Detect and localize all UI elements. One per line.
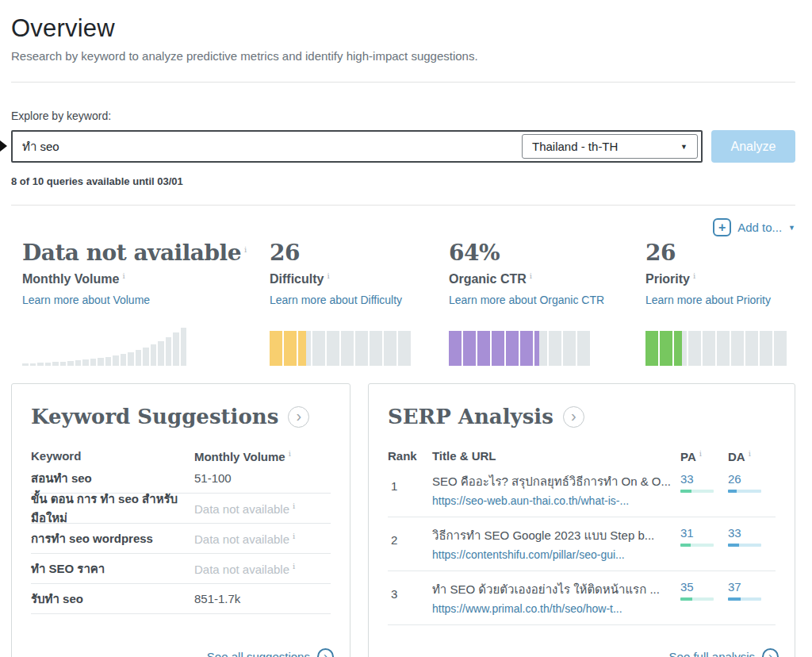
chevron-right-circle-icon[interactable]: › [563,406,584,428]
add-to-button[interactable]: + Add to... ▼ [713,218,795,236]
pa-cell: 31 [680,526,728,561]
info-icon[interactable]: i [327,271,329,280]
monthly-volume-histogram [22,328,270,366]
pa-value: 33 [680,472,728,486]
histogram-bar [113,355,119,366]
info-icon[interactable]: i [749,449,751,458]
learn-more-priority-link[interactable]: Learn more about Priority [645,294,771,306]
da-cell: 33 [728,526,776,561]
info-icon[interactable]: i [293,562,295,571]
overview-page: Overview Research by keyword to analyze … [0,0,812,657]
keyword-table-header: Keyword Monthly Volumei [31,449,331,463]
serp-row: 3ทำ SEO ด้วยตัวเองอย่างไร ให้ติดหน้าแรก … [388,571,776,625]
histogram-bar [136,350,142,366]
organic-ctr-bar [449,331,590,366]
result-url-link[interactable]: https://seo-web.aun-thai.co.th/what-is-.… [432,494,671,507]
keyword-suggestions-card: Keyword Suggestions › Keyword Monthly Vo… [11,383,350,657]
metric-label: Monthly Volume [22,272,119,286]
keyword-table-body: สอนทำ seo51-100ขั้น ตอน การ ทำ seo สำหรั… [31,463,331,614]
bar-segment [774,331,787,366]
histogram-bar [121,354,127,366]
learn-more-ctr-link[interactable]: Learn more about Organic CTR [449,294,604,306]
bar-segment [534,331,547,366]
bar-segment [645,331,658,366]
result-url-link[interactable]: https://www.primal.co.th/th/seo/how-t... [432,602,671,615]
histogram-bar [60,362,67,366]
metric-monthly-volume: Data not availablei Monthly Volumei Lear… [22,240,270,307]
metric-priority: 26 Priorityi Learn more about Priority [645,240,795,307]
da-bar-fill [728,544,739,547]
see-all-suggestions-label: See all suggestions [207,650,310,657]
chevron-down-icon: ▼ [680,143,688,151]
bar-segment [477,331,490,366]
see-all-suggestions-link[interactable]: See all suggestions › [207,648,334,657]
volume-cell: 851-1.7k [194,592,331,605]
locale-select[interactable]: Thailand - th-TH ▼ [522,134,698,159]
bar-segment-fill [645,331,658,366]
bar-segment [563,331,576,366]
da-bar [728,490,761,493]
column-da: DA [728,450,745,463]
histogram-bar [181,328,187,366]
info-icon[interactable]: i [699,449,702,458]
bar-segment [660,331,672,366]
see-full-analysis-label: See full analysis [669,650,755,657]
serp-analysis-card: SERP Analysis › Rank Title & URL PAi DAi… [368,383,795,657]
bar-segment [384,331,396,366]
learn-more-volume-link[interactable]: Learn more about Volume [22,294,150,306]
pa-bar-fill [680,490,691,493]
histogram-bar [143,348,149,366]
bar-segment [270,331,282,366]
pa-value: 31 [680,526,728,540]
info-icon[interactable]: i [289,449,291,458]
header-divider [11,82,795,83]
chevron-right-circle-icon: › [762,648,779,657]
chevron-right-circle-icon[interactable]: › [288,406,309,428]
histogram-bar [52,362,59,366]
histogram-bar [166,337,172,366]
bar-segment [506,331,519,366]
see-full-analysis-link[interactable]: See full analysis › [669,648,779,657]
histogram-bar [30,363,36,366]
metric-value: 26 [270,240,300,266]
bar-segment-fill [463,331,476,366]
add-to-row: + Add to... ▼ [11,218,795,236]
bar-segment [355,331,368,366]
info-icon[interactable]: i [293,501,295,510]
histogram-bar [158,341,164,366]
metric-label: Priority [645,272,690,286]
info-icon[interactable]: i [693,271,695,280]
bar-segment [745,331,758,366]
result-url-link[interactable]: https://contentshifu.com/pillar/seo-gui.… [432,548,671,561]
bar-segment-fill [284,331,297,366]
add-to-label: Add to... [737,221,782,234]
table-row: การทำ seo wordpressData not availablei [31,524,331,554]
info-icon[interactable]: i [293,532,295,540]
da-bar-fill [728,490,737,493]
info-icon[interactable]: i [244,245,247,254]
da-bar [728,544,761,547]
serp-analysis-title: SERP Analysis [388,405,553,428]
explore-section: Explore by keyword: Thailand - th-TH ▼ A… [11,110,795,187]
page-subtitle: Research by keyword to analyze predictiv… [11,49,795,63]
pointer-arrow-icon [0,140,7,152]
histogram-bar [151,344,157,366]
pa-cell: 33 [680,472,728,507]
bar-segment-fill [298,331,306,366]
histogram-bar [37,363,44,366]
da-value: 37 [728,580,776,594]
bar-segment-fill [534,331,539,366]
bar-segment [688,331,701,366]
learn-more-difficulty-link[interactable]: Learn more about Difficulty [270,294,402,306]
info-icon[interactable]: i [530,271,532,280]
info-icon[interactable]: i [122,271,124,280]
histogram-bar [98,358,104,366]
analyze-button[interactable]: Analyze [711,130,795,163]
pa-bar [680,490,714,493]
histogram-bar [45,363,52,366]
bar-segment [284,331,297,366]
keyword-cell: สอนทำ seo [31,469,194,488]
title-url-cell: SEO คืออะไร? สรุปกลยุทธ์วิธีการทำ On & O… [432,472,680,507]
table-row: ทำ SEO ราคาData not availablei [31,554,331,584]
query-quota-text: 8 of 10 queries available until 03/01 [11,175,795,187]
